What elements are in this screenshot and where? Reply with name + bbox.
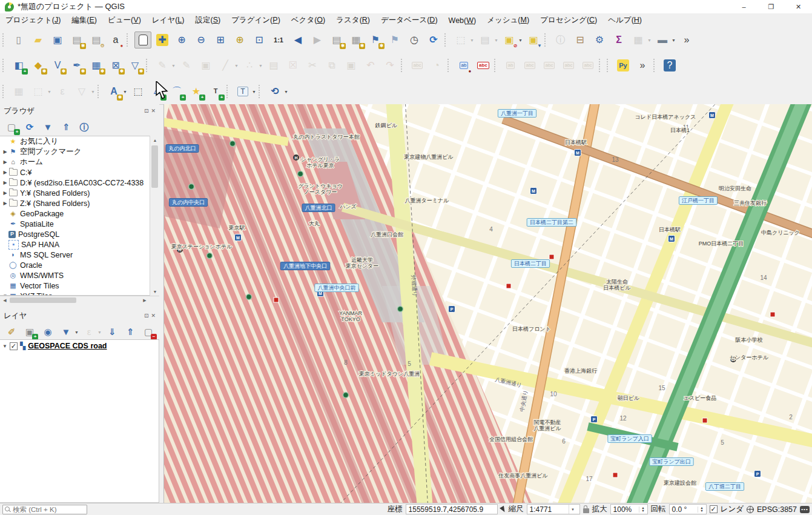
menu-h[interactable]: ヘルプ(H) bbox=[602, 13, 647, 27]
browser-item[interactable]: ▶Z:¥ (Shared Folders) bbox=[0, 198, 159, 208]
render-checkbox[interactable]: ✓ bbox=[710, 505, 718, 513]
add-selected-layers-button[interactable]: ▢+ bbox=[4, 119, 19, 135]
python-console-button[interactable]: Py bbox=[615, 57, 632, 74]
pan-map-button[interactable] bbox=[134, 32, 151, 48]
new-mesh-layer-button[interactable]: ⊠✱ bbox=[107, 57, 124, 74]
zoom-full-extent-button[interactable]: ⊞ bbox=[212, 32, 229, 48]
new-map-view-button[interactable]: ▤✱ bbox=[328, 32, 345, 48]
menu-r[interactable]: ラスタ(R) bbox=[331, 13, 375, 27]
chevron-down-icon[interactable]: ▼ bbox=[47, 90, 51, 94]
filter-by-expression-button[interactable]: ε▼ bbox=[81, 324, 97, 339]
layer-labeling-rules-button[interactable]: abc bbox=[475, 57, 492, 74]
expand-all-layers-button[interactable]: ⇓ bbox=[104, 324, 120, 339]
browser-item[interactable]: PPostgreSQL bbox=[0, 229, 159, 239]
layer-item[interactable]: ▼✓▚GEOSPACE CDS road bbox=[0, 340, 159, 352]
statistical-summary-button[interactable]: Σ bbox=[610, 32, 627, 48]
chevron-down-icon[interactable]: ▼ bbox=[123, 90, 127, 94]
toggle-editing-button[interactable]: ✎ bbox=[178, 57, 195, 74]
data-source-manager-button[interactable]: ◧+ bbox=[10, 57, 27, 74]
messages-icon[interactable] bbox=[800, 506, 810, 513]
cut-features-button[interactable]: ✂ bbox=[304, 57, 321, 74]
new-print-layout-button[interactable]: ▤✱ bbox=[68, 32, 85, 48]
magnifier-spin[interactable]: 100% ▲▼ bbox=[610, 504, 648, 514]
zoom-native-resolution-button[interactable]: 1:1 bbox=[270, 32, 287, 48]
remove-layer-button[interactable]: ▢− bbox=[140, 324, 156, 339]
save-layer-edits-button[interactable]: ▣ bbox=[197, 57, 214, 74]
browser-item[interactable]: ▶⚑空間ブックマーク bbox=[0, 147, 159, 157]
help-button[interactable]: ? bbox=[661, 57, 678, 74]
show-spatial-bookmarks-button[interactable]: ⚑ bbox=[386, 32, 403, 48]
browser-item[interactable]: ★お気に入り bbox=[0, 136, 159, 147]
scrollbar-thumb[interactable] bbox=[151, 145, 158, 188]
create-polygon-annotation-button[interactable]: ▱+ bbox=[149, 83, 166, 100]
extents-pointer-icon[interactable] bbox=[500, 505, 507, 513]
chevron-down-icon[interactable]: ▼ bbox=[672, 38, 676, 42]
paste-features-button[interactable]: ▣ bbox=[343, 57, 360, 74]
chevron-down-icon[interactable]: ▼ bbox=[171, 64, 176, 68]
menu-d[interactable]: データベース(D) bbox=[375, 13, 443, 27]
menu-p[interactable]: プラグイン(P) bbox=[226, 13, 286, 27]
zoom-to-selection-button[interactable]: ⊕ bbox=[231, 32, 248, 48]
show-layout-manager-button[interactable]: ▤⚙ bbox=[88, 32, 105, 48]
chevron-down-icon[interactable]: ▼ bbox=[74, 330, 79, 334]
open-layer-styling-button[interactable]: ✐ bbox=[4, 324, 19, 339]
statistics-panel-button[interactable]: ⊟ bbox=[572, 32, 589, 48]
browser-item[interactable]: ◯Oracle bbox=[0, 260, 159, 270]
menu-c[interactable]: プロセシング(C) bbox=[535, 13, 602, 27]
coordinate-value[interactable]: 15559519.7,4256705.9 bbox=[406, 504, 498, 514]
change-label-button[interactable]: abc bbox=[579, 57, 596, 74]
style-manager-button[interactable]: a● bbox=[107, 32, 124, 48]
rotate-label-button[interactable]: abc bbox=[560, 57, 577, 74]
attribute-table-button[interactable]: ▦▼ bbox=[630, 32, 647, 48]
minimize-button[interactable]: – bbox=[730, 0, 758, 13]
zoom-in-button[interactable]: ⊕ bbox=[173, 32, 190, 48]
menu-o[interactable]: ベクタ(O) bbox=[286, 13, 331, 27]
toggle-mesh-editing-button[interactable]: ▦ bbox=[10, 83, 27, 100]
new-geopackage-layer-button[interactable]: ◆✱ bbox=[30, 57, 47, 74]
browser-float-button[interactable]: ⊡ bbox=[144, 108, 149, 114]
current-edits-button[interactable]: ✎▼ bbox=[154, 57, 171, 74]
crs-globe-icon[interactable] bbox=[747, 506, 754, 513]
browser-item[interactable]: ▶D:¥ (esd2iso.E16AC03C-CC72-4338 bbox=[0, 178, 159, 188]
refresh-map-button[interactable]: ⟳ bbox=[425, 32, 442, 48]
zoom-out-button[interactable]: ⊖ bbox=[193, 32, 210, 48]
browser-item[interactable]: ▶C:¥ bbox=[0, 167, 159, 178]
chevron-down-icon[interactable]: ▼ bbox=[569, 505, 577, 514]
scroll-left-icon[interactable]: ◀ bbox=[0, 296, 10, 304]
menu-e[interactable]: 編集(E) bbox=[66, 13, 102, 27]
maximize-button[interactable]: ❐ bbox=[758, 0, 785, 13]
save-project-button[interactable]: ▣ bbox=[49, 32, 66, 48]
temporal-controller-button[interactable]: ◷ bbox=[406, 32, 423, 48]
digitize-with-segment-button[interactable]: ╱▼ bbox=[217, 57, 234, 74]
pan-to-selection-button[interactable]: ✚ bbox=[154, 32, 171, 48]
diagram-options-button[interactable]: ◔ bbox=[428, 57, 445, 74]
map-canvas[interactable]: 外堀通り八重洲通り中央通りMMMMMMHHHPPP512151051711413… bbox=[163, 104, 812, 503]
vertex-tool-button[interactable]: ∴▼ bbox=[241, 57, 258, 74]
create-text-annotation-button[interactable]: T+ bbox=[207, 83, 224, 100]
chevron-down-icon[interactable]: ▼ bbox=[259, 64, 263, 68]
expander-icon[interactable]: ▶ bbox=[2, 159, 8, 165]
browser-item[interactable]: ▦Vector Tiles bbox=[0, 281, 159, 291]
menu-s[interactable]: 設定(S) bbox=[190, 13, 226, 27]
browser-item[interactable]: ▶Y:¥ (Shared Folders) bbox=[0, 188, 159, 198]
expander-icon[interactable]: ▶ bbox=[2, 170, 8, 175]
toolbar-overflow-2-button[interactable]: » bbox=[634, 57, 651, 74]
menu-l[interactable]: レイヤ(L) bbox=[147, 13, 190, 27]
chevron-down-icon[interactable]: ▼ bbox=[470, 38, 474, 42]
scrollbar-thumb[interactable] bbox=[10, 297, 76, 303]
labeling-options-button[interactable]: abc bbox=[409, 57, 426, 74]
create-text-callout-button[interactable]: T▼ bbox=[234, 83, 251, 100]
layers-float-button[interactable]: ⊡ bbox=[144, 313, 149, 319]
deselect-features-button[interactable]: ▣⊘▼ bbox=[501, 32, 518, 48]
new-temporary-scratch-layer-button[interactable]: ▦✱ bbox=[88, 57, 105, 74]
browser-item[interactable]: ▪SAP HANA bbox=[0, 239, 159, 250]
new-spatialite-layer-button[interactable]: ✒✱ bbox=[68, 57, 85, 74]
scroll-up-icon[interactable]: ▲ bbox=[150, 136, 160, 144]
browser-item[interactable]: ◈GeoPackage bbox=[0, 208, 159, 219]
open-project-button[interactable]: ▰ bbox=[30, 32, 47, 48]
elevation-profile-button[interactable]: ⟲▼ bbox=[266, 83, 283, 100]
lock-scale-icon[interactable] bbox=[583, 508, 589, 513]
chevron-down-icon[interactable]: ▼ bbox=[234, 64, 239, 68]
new-annotation-layer-button[interactable]: A✱▼ bbox=[105, 83, 122, 100]
expander-icon[interactable]: ▶ bbox=[2, 149, 8, 154]
